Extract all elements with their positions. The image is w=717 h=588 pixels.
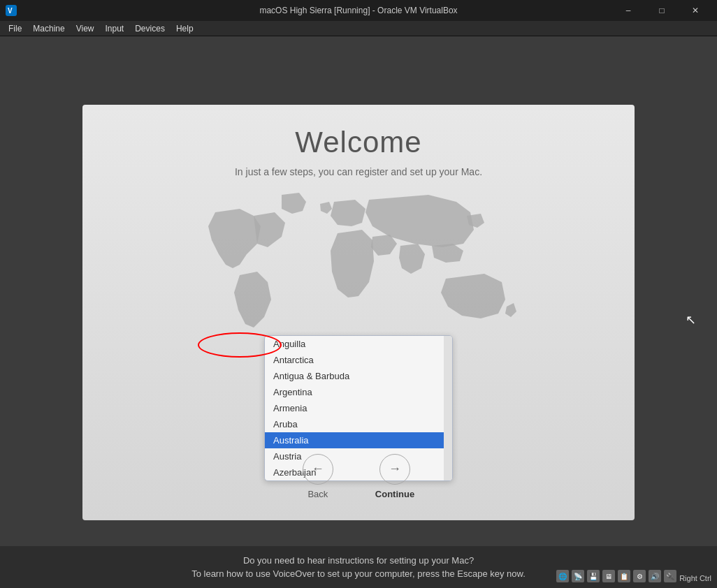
- tray-icon-8: 🔌: [664, 570, 676, 582]
- svg-text:V: V: [8, 7, 13, 15]
- vm-display: Welcome In just a few steps, you can reg…: [0, 36, 717, 588]
- minimize-button[interactable]: –: [612, 0, 644, 21]
- tray-icon-3: 💾: [587, 570, 600, 582]
- tray-icon-2: 📡: [572, 570, 584, 582]
- world-map: [184, 184, 533, 338]
- status-line2: To learn how to use VoiceOver to set up …: [191, 568, 526, 579]
- continue-label: Continue: [375, 489, 414, 499]
- dropdown-scrollbar[interactable]: [444, 336, 452, 480]
- nav-buttons: ← Back → Continue: [303, 454, 414, 499]
- app-icon: V: [6, 5, 17, 16]
- back-button[interactable]: ← Back: [303, 454, 333, 499]
- menu-machine[interactable]: Machine: [27, 22, 70, 35]
- menu-input[interactable]: Input: [100, 22, 130, 35]
- menu-help[interactable]: Help: [171, 22, 199, 35]
- country-armenia[interactable]: Armenia: [265, 400, 452, 416]
- menu-file[interactable]: File: [3, 22, 27, 35]
- close-button[interactable]: ✕: [679, 0, 711, 21]
- mouse-cursor: ↖: [686, 312, 696, 328]
- system-tray: 🌐 📡 💾 🖥 📋 ⚙ 🔊 🔌 Right Ctrl: [551, 546, 717, 588]
- status-line1: Do you need to hear instructions for set…: [243, 555, 474, 566]
- mac-screen: Welcome In just a few steps, you can reg…: [82, 105, 635, 520]
- country-antigua[interactable]: Antigua & Barbuda: [265, 368, 452, 384]
- menu-view[interactable]: View: [71, 22, 100, 35]
- tray-icon-4: 🖥: [602, 570, 615, 582]
- welcome-title: Welcome: [295, 126, 421, 159]
- tray-icon-1: 🌐: [556, 570, 569, 582]
- tray-icon-6: ⚙: [633, 570, 646, 582]
- country-aruba[interactable]: Aruba: [265, 416, 452, 432]
- back-label: Back: [307, 489, 328, 499]
- continue-arrow-icon: →: [379, 454, 410, 485]
- titlebar: V macOS High Sierra [Running] - Oracle V…: [0, 0, 717, 21]
- country-australia[interactable]: Australia: [265, 432, 452, 448]
- continue-button[interactable]: → Continue: [375, 454, 414, 499]
- menu-devices[interactable]: Devices: [129, 22, 171, 35]
- country-antarctica[interactable]: Antarctica: [265, 352, 452, 368]
- country-argentina[interactable]: Argentina: [265, 384, 452, 400]
- menubar: File Machine View Input Devices Help: [0, 21, 717, 36]
- window-title: macOS High Sierra [Running] - Oracle VM …: [259, 6, 457, 15]
- tray-icon-7: 🔊: [649, 570, 661, 582]
- right-ctrl-label: Right Ctrl: [679, 574, 711, 582]
- maximize-button[interactable]: □: [646, 0, 678, 21]
- back-arrow-icon: ←: [303, 454, 333, 485]
- window-controls: – □ ✕: [612, 0, 711, 21]
- country-anguilla[interactable]: Anguilla: [265, 336, 452, 352]
- welcome-subtitle: In just a few steps, you can register an…: [235, 166, 482, 177]
- tray-icon-5: 📋: [618, 570, 630, 582]
